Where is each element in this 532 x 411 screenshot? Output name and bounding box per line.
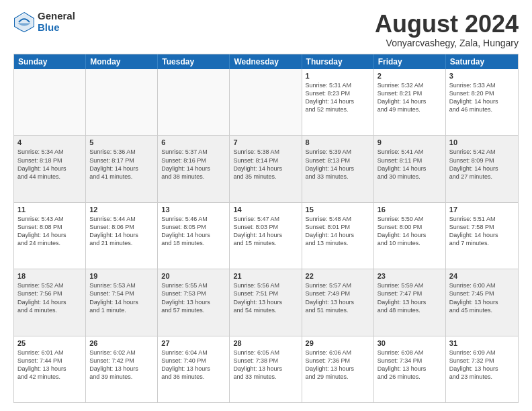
day-number: 16: [378, 205, 442, 214]
calendar-cell: 20Sunrise: 5:55 AM Sunset: 7:53 PM Dayli…: [158, 269, 230, 335]
day-number: 25: [17, 338, 82, 348]
page: General Blue August 2024 Vonyarcvashegy,…: [0, 0, 532, 411]
calendar-cell: 2Sunrise: 5:32 AM Sunset: 8:21 PM Daylig…: [374, 69, 446, 135]
calendar-cell: 7Sunrise: 5:38 AM Sunset: 8:14 PM Daylig…: [230, 136, 302, 201]
day-number: 21: [233, 271, 298, 281]
day-number: 31: [449, 338, 515, 348]
day-number: 7: [233, 138, 298, 147]
calendar-cell: 25Sunrise: 6:01 AM Sunset: 7:44 PM Dayli…: [14, 336, 86, 402]
logo: General Blue: [13, 11, 75, 33]
cell-info: Sunrise: 5:48 AM Sunset: 8:01 PM Dayligh…: [306, 215, 370, 248]
day-number: 6: [161, 138, 226, 147]
logo-general-text: General: [38, 11, 75, 22]
cell-info: Sunrise: 5:33 AM Sunset: 8:20 PM Dayligh…: [449, 81, 515, 114]
calendar-cell: 12Sunrise: 5:44 AM Sunset: 8:06 PM Dayli…: [86, 203, 158, 269]
cell-info: Sunrise: 6:01 AM Sunset: 7:44 PM Dayligh…: [17, 349, 82, 381]
logo-text: General Blue: [38, 11, 75, 33]
subtitle: Vonyarcvashegy, Zala, Hungary: [375, 38, 519, 48]
calendar-row: 4Sunrise: 5:34 AM Sunset: 8:18 PM Daylig…: [14, 136, 518, 202]
header: General Blue August 2024 Vonyarcvashegy,…: [13, 11, 519, 48]
calendar-row: 18Sunrise: 5:52 AM Sunset: 7:56 PM Dayli…: [14, 269, 518, 336]
calendar-cell: 13Sunrise: 5:46 AM Sunset: 8:05 PM Dayli…: [158, 203, 230, 269]
calendar-cell: [230, 69, 302, 135]
calendar: SundayMondayTuesdayWednesdayThursdayFrid…: [13, 54, 519, 403]
calendar-header-day: Thursday: [302, 54, 374, 69]
calendar-cell: 18Sunrise: 5:52 AM Sunset: 7:56 PM Dayli…: [14, 269, 86, 335]
calendar-cell: 26Sunrise: 6:02 AM Sunset: 7:42 PM Dayli…: [86, 336, 158, 402]
cell-info: Sunrise: 5:32 AM Sunset: 8:21 PM Dayligh…: [378, 81, 442, 114]
day-number: 22: [306, 271, 370, 281]
calendar-cell: 10Sunrise: 5:42 AM Sunset: 8:09 PM Dayli…: [446, 136, 518, 201]
cell-info: Sunrise: 5:44 AM Sunset: 8:06 PM Dayligh…: [89, 215, 154, 248]
title-area: August 2024 Vonyarcvashegy, Zala, Hungar…: [375, 11, 519, 48]
cell-info: Sunrise: 5:37 AM Sunset: 8:16 PM Dayligh…: [161, 148, 226, 181]
calendar-cell: 28Sunrise: 6:05 AM Sunset: 7:38 PM Dayli…: [230, 336, 302, 402]
calendar-header-day: Monday: [86, 54, 158, 69]
cell-info: Sunrise: 5:50 AM Sunset: 8:00 PM Dayligh…: [378, 215, 442, 248]
calendar-header-day: Tuesday: [158, 54, 230, 69]
day-number: 19: [89, 271, 154, 281]
day-number: 5: [89, 138, 154, 147]
calendar-row: 25Sunrise: 6:01 AM Sunset: 7:44 PM Dayli…: [14, 336, 518, 402]
day-number: 14: [233, 205, 298, 214]
calendar-cell: [158, 69, 230, 135]
calendar-body: 1Sunrise: 5:31 AM Sunset: 8:23 PM Daylig…: [14, 69, 518, 402]
calendar-cell: 29Sunrise: 6:06 AM Sunset: 7:36 PM Dayli…: [302, 336, 374, 402]
calendar-cell: 27Sunrise: 6:04 AM Sunset: 7:40 PM Dayli…: [158, 336, 230, 402]
calendar-cell: 6Sunrise: 5:37 AM Sunset: 8:16 PM Daylig…: [158, 136, 230, 201]
calendar-cell: 16Sunrise: 5:50 AM Sunset: 8:00 PM Dayli…: [374, 203, 446, 269]
day-number: 2: [378, 71, 442, 81]
day-number: 23: [378, 271, 442, 281]
day-number: 13: [161, 205, 226, 214]
day-number: 24: [449, 271, 515, 281]
day-number: 10: [449, 138, 515, 147]
calendar-cell: 5Sunrise: 5:36 AM Sunset: 8:17 PM Daylig…: [86, 136, 158, 201]
cell-info: Sunrise: 5:31 AM Sunset: 8:23 PM Dayligh…: [306, 81, 370, 114]
cell-info: Sunrise: 5:57 AM Sunset: 7:49 PM Dayligh…: [306, 281, 370, 314]
calendar-cell: [86, 69, 158, 135]
day-number: 17: [449, 205, 515, 214]
day-number: 26: [89, 338, 154, 348]
calendar-cell: 4Sunrise: 5:34 AM Sunset: 8:18 PM Daylig…: [14, 136, 86, 201]
calendar-cell: 31Sunrise: 6:09 AM Sunset: 7:32 PM Dayli…: [446, 336, 518, 402]
cell-info: Sunrise: 5:46 AM Sunset: 8:05 PM Dayligh…: [161, 215, 226, 248]
day-number: 12: [89, 205, 154, 214]
calendar-cell: 23Sunrise: 5:59 AM Sunset: 7:47 PM Dayli…: [374, 269, 446, 335]
cell-info: Sunrise: 5:53 AM Sunset: 7:54 PM Dayligh…: [89, 281, 154, 314]
calendar-header-day: Saturday: [446, 54, 518, 69]
calendar-cell: 8Sunrise: 5:39 AM Sunset: 8:13 PM Daylig…: [302, 136, 374, 201]
cell-info: Sunrise: 5:47 AM Sunset: 8:03 PM Dayligh…: [233, 215, 298, 248]
logo-blue-text: Blue: [38, 22, 75, 34]
calendar-header-day: Friday: [374, 54, 446, 69]
cell-info: Sunrise: 5:34 AM Sunset: 8:18 PM Dayligh…: [17, 148, 82, 181]
cell-info: Sunrise: 5:42 AM Sunset: 8:09 PM Dayligh…: [449, 148, 515, 181]
calendar-header-day: Sunday: [14, 54, 86, 69]
calendar-header-day: Wednesday: [230, 54, 302, 69]
calendar-row: 11Sunrise: 5:43 AM Sunset: 8:08 PM Dayli…: [14, 203, 518, 269]
day-number: 1: [306, 71, 370, 81]
day-number: 18: [17, 271, 82, 281]
cell-info: Sunrise: 5:59 AM Sunset: 7:47 PM Dayligh…: [378, 281, 442, 314]
calendar-cell: 14Sunrise: 5:47 AM Sunset: 8:03 PM Dayli…: [230, 203, 302, 269]
cell-info: Sunrise: 5:55 AM Sunset: 7:53 PM Dayligh…: [161, 281, 226, 314]
cell-info: Sunrise: 5:39 AM Sunset: 8:13 PM Dayligh…: [306, 148, 370, 181]
cell-info: Sunrise: 5:52 AM Sunset: 7:56 PM Dayligh…: [17, 281, 82, 314]
cell-info: Sunrise: 6:06 AM Sunset: 7:36 PM Dayligh…: [306, 349, 370, 381]
day-number: 27: [161, 338, 226, 348]
calendar-cell: 24Sunrise: 6:00 AM Sunset: 7:45 PM Dayli…: [446, 269, 518, 335]
cell-info: Sunrise: 6:00 AM Sunset: 7:45 PM Dayligh…: [449, 281, 515, 314]
calendar-cell: 19Sunrise: 5:53 AM Sunset: 7:54 PM Dayli…: [86, 269, 158, 335]
cell-info: Sunrise: 5:51 AM Sunset: 7:58 PM Dayligh…: [449, 215, 515, 248]
cell-info: Sunrise: 5:41 AM Sunset: 8:11 PM Dayligh…: [378, 148, 442, 181]
cell-info: Sunrise: 6:05 AM Sunset: 7:38 PM Dayligh…: [233, 349, 298, 381]
calendar-cell: 1Sunrise: 5:31 AM Sunset: 8:23 PM Daylig…: [302, 69, 374, 135]
day-number: 15: [306, 205, 370, 214]
calendar-cell: 3Sunrise: 5:33 AM Sunset: 8:20 PM Daylig…: [446, 69, 518, 135]
logo-icon: [13, 11, 35, 33]
day-number: 9: [378, 138, 442, 147]
day-number: 30: [378, 338, 442, 348]
calendar-header: SundayMondayTuesdayWednesdayThursdayFrid…: [14, 54, 518, 69]
calendar-cell: 17Sunrise: 5:51 AM Sunset: 7:58 PM Dayli…: [446, 203, 518, 269]
calendar-cell: 21Sunrise: 5:56 AM Sunset: 7:51 PM Dayli…: [230, 269, 302, 335]
day-number: 28: [233, 338, 298, 348]
